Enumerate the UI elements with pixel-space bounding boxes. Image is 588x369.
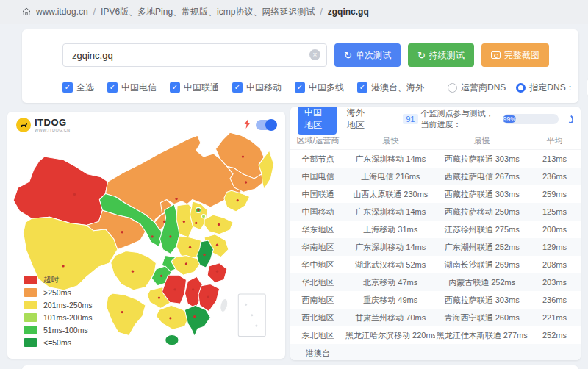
latency-legend: 超时 >250ms 201ms-250ms 101ms-200ms 51ms-1… xyxy=(24,273,93,348)
checkbox-checked-icon: ✓ xyxy=(170,82,180,93)
table-row: 华中地区湖北武汉移动 52ms湖南长沙联通 269ms208ms xyxy=(290,256,581,273)
south-china-sea-inset xyxy=(238,294,265,337)
loading-spinner-icon xyxy=(565,114,574,124)
table-row: 中国移动广东深圳移动 14ms西藏拉萨移动 250ms125ms xyxy=(290,203,581,221)
province-zhejiang[interactable] xyxy=(207,263,227,283)
province-guangxi[interactable] xyxy=(156,305,189,329)
monitor-count-badge: 91 xyxy=(403,114,417,124)
clear-input-icon[interactable]: × xyxy=(309,49,320,60)
province-tianjin[interactable] xyxy=(201,215,205,218)
checkbox-select-all[interactable]: ✓ 全选 xyxy=(62,82,94,94)
progress-fill: 99% xyxy=(503,115,516,123)
province-yunnan[interactable] xyxy=(107,293,146,336)
table-row: 华北地区北京移动 47ms内蒙古联通 252ms203ms xyxy=(290,273,581,291)
breadcrumb-separator: / xyxy=(93,7,96,17)
full-screenshot-button[interactable]: 完整截图 xyxy=(481,43,549,67)
refresh-icon: ↻ xyxy=(344,50,352,61)
checkbox-hmt-overseas[interactable]: ✓ 港澳台、海外 xyxy=(357,82,424,94)
monitor-text: 个监测点参与测试，当前进度： xyxy=(421,108,498,130)
table-row: 中国联通山西太原联通 230ms西藏拉萨联通 303ms259ms xyxy=(290,185,581,203)
province-taiwan[interactable] xyxy=(219,298,229,312)
tab-overseas-region[interactable]: 海外地区 xyxy=(347,107,373,132)
radio-on-icon xyxy=(516,83,526,93)
refresh-icon: ↻ xyxy=(417,50,426,61)
tab-china-region[interactable]: 中国地区 xyxy=(298,107,337,135)
checkbox-checked-icon: ✓ xyxy=(232,82,243,93)
legend-swatch-le50 xyxy=(24,338,37,347)
province-hainan[interactable] xyxy=(165,334,179,345)
legend-swatch-201-250 xyxy=(24,301,37,309)
table-row: 中国电信上海电信 216ms西藏拉萨电信 267ms236ms xyxy=(290,168,581,185)
checkbox-china-telecom[interactable]: ✓ 中国电信 xyxy=(107,82,157,94)
breadcrumb-separator: / xyxy=(320,7,322,17)
dns-radio-group: 运营商DNS 指定DNS： xyxy=(448,78,588,97)
search-card: × ↻ 单次测试 ↻ 持续测试 完整截图 ✓ 全选 ✓ 中国电信 ✓ 中国联通 xyxy=(22,29,578,103)
checkbox-china-mobile[interactable]: ✓ 中国移动 xyxy=(232,82,282,94)
table-row: 港澳台------ xyxy=(290,344,581,360)
checkbox-checked-icon: ✓ xyxy=(62,82,73,93)
radio-specified-dns[interactable]: 指定DNS： xyxy=(516,82,574,94)
checkbox-china-unicom[interactable]: ✓ 中国联通 xyxy=(170,82,219,94)
checkbox-china-multiline[interactable]: ✓ 中国多线 xyxy=(295,82,344,94)
table-row: 西南地区重庆移动 49ms西藏拉萨联通 303ms236ms xyxy=(290,291,581,309)
result-card: 中国地区 海外地区 91 个监测点参与测试，当前进度： 99% 区域/运营商 最… xyxy=(290,107,581,360)
table-row: 东北地区黑龙江哈尔滨移动 220ms黑龙江佳木斯联通 277ms252ms xyxy=(290,326,581,344)
province-hubei[interactable] xyxy=(171,256,200,276)
breadcrumb: www.itdog.cn / IPV6版、多地Ping、常规版、icmp协议、网… xyxy=(0,0,588,24)
radio-off-icon xyxy=(448,83,457,93)
radio-isp-dns[interactable]: 运营商DNS xyxy=(448,82,506,94)
isp-checkbox-group: ✓ 全选 ✓ 中国电信 ✓ 中国联通 ✓ 中国移动 ✓ 中国多线 ✓ 港澳台、海… xyxy=(62,82,424,94)
table-header: 区域/运营商 最快 最慢 平均 xyxy=(290,132,581,150)
legend-swatch-51-100 xyxy=(24,326,37,334)
checkbox-checked-icon: ✓ xyxy=(107,82,118,93)
map-card: ITDOG WWW.ITDOG.CN xyxy=(7,112,285,359)
breadcrumb-current: zgqinc.gq xyxy=(328,7,369,17)
legend-swatch-timeout xyxy=(24,276,37,284)
table-body: 全部节点广东深圳移动 14ms西藏拉萨联通 303ms213ms 中国电信上海电… xyxy=(290,150,581,360)
legend-swatch-101-200 xyxy=(24,313,37,322)
table-row: 全部节点广东深圳移动 14ms西藏拉萨联通 303ms213ms xyxy=(290,150,581,168)
legend-swatch-over250 xyxy=(24,288,37,297)
province-xinjiang[interactable] xyxy=(13,157,107,225)
breadcrumb-path[interactable]: IPV6版、多地Ping、常规版、icmp协议、网络延迟测试 xyxy=(101,6,315,18)
continuous-test-button[interactable]: ↻ 持续测试 xyxy=(408,43,474,67)
single-test-button[interactable]: ↻ 单次测试 xyxy=(334,43,401,67)
table-row: 西北地区甘肃兰州移动 70ms青海西宁联通 260ms221ms xyxy=(290,309,581,326)
home-icon xyxy=(22,7,31,16)
host-input[interactable] xyxy=(62,43,327,67)
checkbox-checked-icon: ✓ xyxy=(295,82,305,93)
progress-bar: 99% xyxy=(503,114,558,124)
checkbox-checked-icon: ✓ xyxy=(357,82,368,93)
table-row: 华南地区广东深圳移动 14ms广东潮州联通 252ms129ms xyxy=(290,238,581,256)
next-card-top-edge xyxy=(22,365,578,369)
camera-icon xyxy=(491,51,501,59)
table-row: 华东地区上海移动 31ms江苏徐州联通 275ms200ms xyxy=(290,221,581,238)
breadcrumb-site[interactable]: www.itdog.cn xyxy=(36,7,88,17)
